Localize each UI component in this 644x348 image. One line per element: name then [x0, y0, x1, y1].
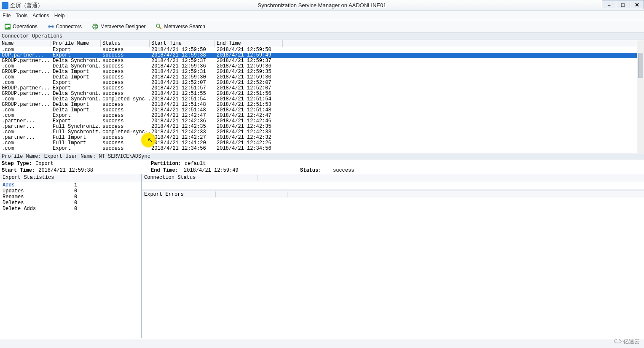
- svg-rect-2: [5, 26, 10, 27]
- table-row[interactable]: .comExportsuccess2018/4/21 12:42:472018/…: [0, 113, 637, 119]
- cell-status: success: [101, 75, 150, 80]
- cell-status: success: [101, 135, 150, 140]
- svg-rect-1: [5, 25, 10, 26]
- partition-value: default: [185, 161, 206, 167]
- cell-profile: Delta Synchroni...: [51, 91, 101, 97]
- cell-end: 2018/4/21 12:51:53: [215, 102, 283, 108]
- table-row[interactable]: .comExportsuccess2018/4/21 12:52:072018/…: [0, 80, 637, 86]
- table-row[interactable]: .partner...Full Importsuccess2018/4/21 1…: [0, 135, 637, 140]
- start-time-label: Start Time:: [2, 167, 35, 173]
- cell-start: 2018/4/21 12:52:07: [150, 80, 215, 86]
- cell-start: 2018/4/21 12:42:47: [150, 113, 215, 119]
- cell-end: 2018/4/21 12:59:35: [215, 69, 283, 75]
- svg-line-11: [159, 27, 161, 29]
- title-bar: 全屏（普通） Synchronization Service Manager o…: [0, 0, 644, 11]
- cell-status: success: [101, 80, 150, 86]
- cell-end: 2018/4/21 12:42:47: [215, 113, 283, 119]
- metaverse-designer-icon: [92, 23, 99, 30]
- cell-name: GROUP.partner...: [0, 102, 51, 108]
- maximize-button[interactable]: □: [616, 0, 630, 9]
- grid-header-row: Name Profile Name Status Start Time End …: [0, 40, 644, 47]
- table-row[interactable]: .comFull Synchroniz...completed-sync-...…: [0, 129, 637, 135]
- metaverse-search-button[interactable]: Metaverse Search: [154, 22, 207, 31]
- step-type-value: Export: [35, 161, 54, 167]
- menu-help[interactable]: Help: [54, 13, 65, 19]
- col-name[interactable]: Name: [0, 40, 51, 47]
- cell-profile: Export: [51, 47, 101, 53]
- cell-profile: Delta Import: [51, 102, 101, 108]
- col-profile-name[interactable]: Profile Name: [51, 40, 101, 47]
- export-errors-header: Export Errors: [142, 191, 644, 198]
- cell-end: 2018/4/21 12:42:46: [215, 119, 283, 124]
- stat-row: Renames0: [3, 194, 139, 200]
- operations-button[interactable]: Operations: [3, 22, 39, 31]
- window-title: Synchronization Service Manager on AADON…: [258, 2, 386, 8]
- cell-start: 2018/4/21 12:51:48: [150, 102, 215, 108]
- connectors-button[interactable]: Connectors: [46, 22, 83, 31]
- cell-name: GROUP.partner...: [0, 69, 51, 75]
- cell-name: .com: [0, 108, 51, 113]
- cell-profile: Export: [51, 119, 101, 124]
- metaverse-designer-button[interactable]: Metaverse Designer: [90, 22, 147, 31]
- cell-end: 2018/4/21 12:59:50: [215, 47, 283, 53]
- menu-tools[interactable]: Tools: [16, 13, 27, 19]
- cell-end: 2018/4/21 12:51:56: [215, 91, 283, 97]
- cell-status: success: [101, 58, 150, 64]
- cell-name: .com: [0, 75, 51, 80]
- table-row[interactable]: .partner...Full Synchroniz...success2018…: [0, 124, 637, 129]
- table-row[interactable]: .comExportsuccess2018/4/21 12:34:562018/…: [0, 146, 637, 151]
- menu-bar: File Tools Actions Help: [0, 11, 644, 20]
- cell-start: 2018/4/21 12:42:33: [150, 129, 215, 135]
- menu-file[interactable]: File: [3, 13, 11, 19]
- export-statistics-label: Export Statistics: [3, 175, 71, 181]
- cell-status: success: [101, 124, 150, 129]
- detail-profile-line: Profile Name: Export User Name: NT SERVI…: [0, 153, 644, 160]
- stat-name[interactable]: Adds: [3, 182, 74, 188]
- metaverse-search-label: Metaverse Search: [164, 24, 205, 30]
- table-row[interactable]: GROUP.partner...Delta Synchroni...succes…: [0, 58, 637, 64]
- minimize-button[interactable]: –: [602, 0, 616, 9]
- scrollbar-thumb[interactable]: [638, 53, 643, 78]
- table-row[interactable]: .partner...Exportsuccess2018/4/21 12:42:…: [0, 119, 637, 124]
- table-row[interactable]: OUP.partner...Exportsuccess2018/4/21 12:…: [0, 53, 637, 58]
- stat-name: Updates: [3, 188, 74, 194]
- overlay-app-label: 全屏（普通）: [10, 2, 43, 9]
- table-row[interactable]: GROUP.partner...Exportsuccess2018/4/21 1…: [0, 86, 637, 91]
- svg-rect-6: [49, 26, 53, 27]
- cell-name: OUP.partner...: [0, 53, 51, 58]
- operations-grid: Name Profile Name Status Start Time End …: [0, 40, 644, 153]
- menu-actions[interactable]: Actions: [32, 13, 49, 19]
- table-row[interactable]: .comExportsuccess2018/4/21 12:59:502018/…: [0, 47, 637, 53]
- cell-name: .com: [0, 113, 51, 119]
- table-row[interactable]: .comDelta Synchroni...success2018/4/21 1…: [0, 64, 637, 69]
- cell-start: 2018/4/21 12:59:36: [150, 64, 215, 69]
- col-start-time[interactable]: Start Time: [150, 40, 215, 47]
- end-time-label: End Time:: [151, 167, 180, 173]
- cell-status: success: [101, 102, 150, 108]
- table-row[interactable]: .comDelta Importsuccess2018/4/21 12:51:4…: [0, 108, 637, 113]
- connection-status-header: Connection Status: [142, 174, 644, 181]
- stat-value: 0: [74, 200, 77, 206]
- table-row[interactable]: .comDelta Synchroni...completed-sync-...…: [0, 97, 637, 102]
- cell-end: 2018/4/21 12:51:54: [215, 97, 283, 102]
- table-row[interactable]: GROUP.partner...Delta Importsuccess2018/…: [0, 69, 637, 75]
- grid-body[interactable]: .comExportsuccess2018/4/21 12:59:502018/…: [0, 47, 637, 153]
- cell-profile: Full Import: [51, 140, 101, 146]
- detail-row-2: Start Time: 2018/4/21 12:59:38 End Time:…: [0, 167, 644, 174]
- stat-row: Updates0: [3, 188, 139, 194]
- cell-profile: Full Synchroniz...: [51, 124, 101, 129]
- table-row[interactable]: .comDelta Importsuccess2018/4/21 12:59:3…: [0, 75, 637, 80]
- close-button[interactable]: ✕: [630, 0, 644, 9]
- end-time-value: 2018/4/21 12:59:49: [184, 167, 239, 173]
- right-panels: Connection Status Export Errors: [142, 174, 644, 338]
- table-row[interactable]: GROUP.partner...Delta Synchroni...succes…: [0, 91, 637, 97]
- metaverse-designer-label: Metaverse Designer: [100, 24, 145, 30]
- table-row[interactable]: .comFull Importsuccess2018/4/21 12:41:20…: [0, 140, 637, 146]
- table-row[interactable]: GROUP.partner...Delta Importsuccess2018/…: [0, 102, 637, 108]
- cell-start: 2018/4/21 12:59:30: [150, 75, 215, 80]
- cell-profile: Export: [51, 86, 101, 91]
- col-status[interactable]: Status: [101, 40, 150, 47]
- vertical-scrollbar[interactable]: [637, 40, 644, 153]
- col-end-time[interactable]: End Time: [215, 40, 283, 47]
- cell-end: 2018/4/21 12:51:48: [215, 108, 283, 113]
